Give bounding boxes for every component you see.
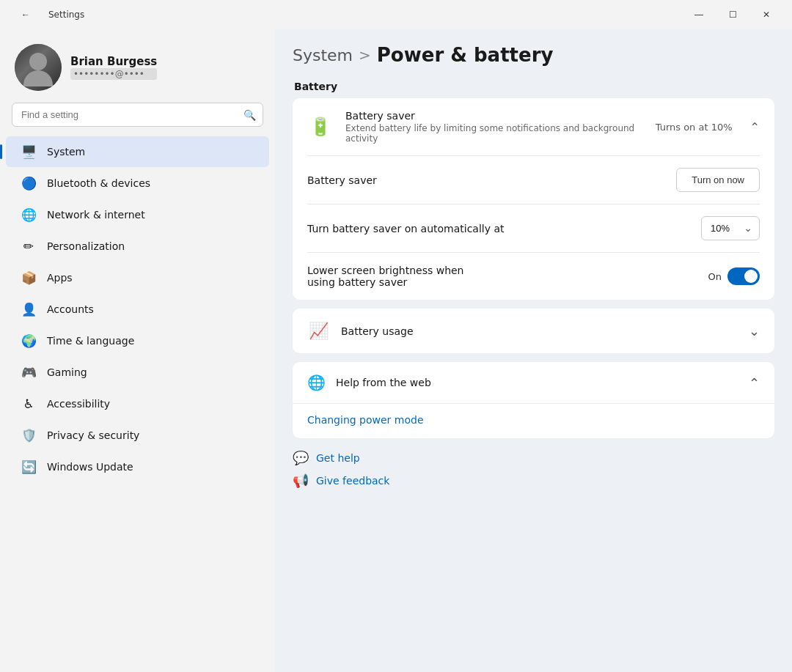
sidebar-item-label-system: System [47,146,85,158]
brightness-toggle[interactable] [727,267,760,285]
battery-saver-info: Battery saver Extend battery life by lim… [345,110,644,144]
content-area: System > Power & battery Battery 🔋 Batte… [275,29,792,672]
close-button[interactable]: ✕ [749,3,783,26]
battery-usage-card: 📈 Battery usage ⌄ [293,309,774,353]
changing-power-mode-link[interactable]: Changing power mode [307,414,424,426]
search-icon: 🔍 [243,109,256,121]
maximize-button[interactable]: ☐ [716,3,749,26]
user-info: Brian Burgess ••••••••@•••• [70,55,157,80]
auto-turn-on-label: Turn battery saver on automatically at [307,223,505,235]
toggle-on-label: On [708,271,722,282]
sidebar-item-accounts[interactable]: 👤Accounts [6,294,269,325]
titlebar-title: Settings [48,10,84,20]
get-help-row[interactable]: 💬 Get help [293,450,774,465]
avatar-image [15,44,62,91]
help-from-web-header[interactable]: 🌐 Help from the web ⌃ [293,362,774,403]
battery-saver-header[interactable]: 🔋 Battery saver Extend battery life by l… [293,98,774,155]
network-nav-icon: 🌐 [21,207,37,223]
sidebar-item-time[interactable]: 🌍Time & language [6,325,269,356]
brightness-label: Lower screen brightness whenusing batter… [307,265,464,288]
sidebar-item-gaming[interactable]: 🎮Gaming [6,357,269,388]
battery-usage-chevron-icon: ⌄ [749,323,760,339]
sidebar-item-label-bluetooth: Bluetooth & devices [47,177,150,189]
battery-saver-chevron-icon: ⌃ [750,120,760,134]
back-button[interactable]: ← [9,3,43,26]
give-feedback-icon: 📢 [293,473,309,488]
avatar [15,44,62,91]
user-name: Brian Burgess [70,55,157,68]
app-body: Brian Burgess ••••••••@•••• 🔍 🖥️System🔵B… [0,29,792,672]
breadcrumb-parent: System [293,46,353,64]
time-nav-icon: 🌍 [21,333,37,349]
battery-usage-icon: 📈 [307,322,329,340]
sidebar-item-privacy[interactable]: 🛡️Privacy & security [6,420,269,451]
sidebar-item-system[interactable]: 🖥️System [6,136,269,167]
help-globe-icon: 🌐 [307,374,326,391]
apps-nav-icon: 📦 [21,270,37,286]
battery-saver-card: 🔋 Battery saver Extend battery life by l… [293,98,774,300]
bottom-links: 💬 Get help 📢 Give feedback [293,447,774,491]
privacy-nav-icon: 🛡️ [21,427,37,443]
battery-saver-label: Battery saver [307,174,377,186]
toggle-wrap: On [708,267,760,285]
sidebar-item-bluetooth[interactable]: 🔵Bluetooth & devices [6,168,269,199]
user-email: ••••••••@•••• [70,68,157,80]
get-help-link[interactable]: Get help [316,452,360,464]
sidebar-item-label-apps: Apps [47,272,73,284]
percent-select-wrap: 5% 10% 15% 20% 25% 30% [701,216,760,240]
help-link-row: Changing power mode [293,403,774,438]
turn-on-now-button[interactable]: Turn on now [676,168,760,192]
battery-saver-icon: 🔋 [307,114,334,140]
battery-saver-desc: Extend battery life by limiting some not… [345,123,644,144]
sidebar-item-network[interactable]: 🌐Network & internet [6,199,269,230]
search-box: 🔍 [12,103,263,127]
percent-select[interactable]: 5% 10% 15% 20% 25% 30% [701,216,760,240]
accounts-nav-icon: 👤 [21,301,37,317]
battery-saver-title: Battery saver [345,110,644,122]
titlebar-controls: — ☐ ✕ [682,3,783,26]
titlebar: ← Settings — ☐ ✕ [0,0,792,29]
personalization-nav-icon: ✏️ [21,238,37,254]
sidebar-item-label-time: Time & language [47,335,134,347]
user-section: Brian Burgess ••••••••@•••• [0,29,275,103]
sidebar-item-label-privacy: Privacy & security [47,429,139,441]
breadcrumb: System > Power & battery [293,44,774,66]
battery-usage-row[interactable]: 📈 Battery usage ⌄ [293,309,774,353]
windowsupdate-nav-icon: 🔄 [21,459,37,475]
give-feedback-row[interactable]: 📢 Give feedback [293,473,774,488]
auto-turn-on-row: Turn battery saver on automatically at 5… [293,204,774,252]
battery-saver-status: Turns on at 10% [656,122,733,133]
sidebar-item-personalization[interactable]: ✏️Personalization [6,231,269,262]
sidebar-item-label-gaming: Gaming [47,366,87,378]
battery-section-title: Battery [293,81,774,92]
sidebar-item-label-personalization: Personalization [47,240,125,252]
sidebar-item-apps[interactable]: 📦Apps [6,262,269,293]
sidebar-item-accessibility[interactable]: ♿Accessibility [6,388,269,419]
give-feedback-link[interactable]: Give feedback [316,475,389,487]
nav-list: 🖥️System🔵Bluetooth & devices🌐Network & i… [0,136,275,483]
system-nav-icon: 🖥️ [21,144,37,160]
sidebar-item-windowsupdate[interactable]: 🔄Windows Update [6,451,269,482]
sidebar-item-label-windowsupdate: Windows Update [47,461,133,473]
sidebar: Brian Burgess ••••••••@•••• 🔍 🖥️System🔵B… [0,29,275,672]
accessibility-nav-icon: ♿ [21,396,37,412]
sidebar-item-label-accessibility: Accessibility [47,398,110,410]
sidebar-item-label-accounts: Accounts [47,303,94,315]
help-from-web-card: 🌐 Help from the web ⌃ Changing power mod… [293,362,774,438]
battery-saver-row: Battery saver Turn on now [293,156,774,204]
battery-usage-label: Battery usage [341,325,737,337]
help-from-web-label: Help from the web [336,377,738,388]
search-input[interactable] [12,103,263,127]
breadcrumb-separator: > [359,46,371,64]
gaming-nav-icon: 🎮 [21,364,37,380]
minimize-button[interactable]: — [682,3,716,26]
bluetooth-nav-icon: 🔵 [21,175,37,191]
breadcrumb-current: Power & battery [377,44,554,66]
help-chevron-icon: ⌃ [749,375,760,391]
brightness-row: Lower screen brightness whenusing batter… [293,253,774,300]
get-help-icon: 💬 [293,450,309,465]
sidebar-item-label-network: Network & internet [47,209,145,221]
titlebar-left: ← Settings [9,3,84,26]
